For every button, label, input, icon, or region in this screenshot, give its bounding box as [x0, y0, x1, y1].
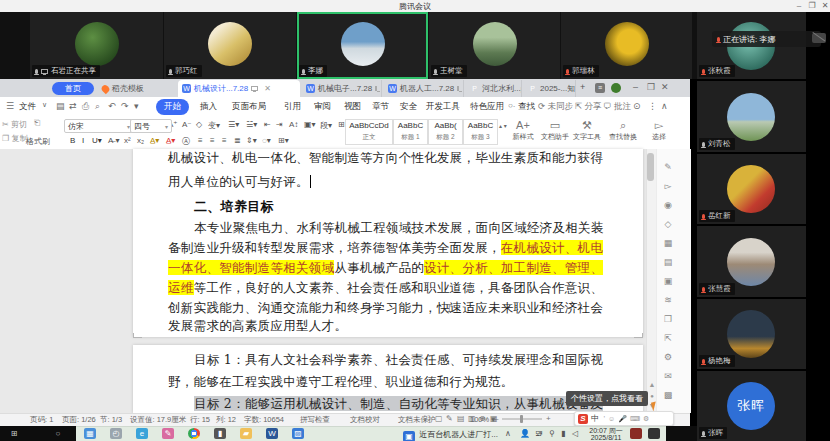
table-icon[interactable]: ▦ — [661, 236, 675, 250]
settings-icon[interactable]: ⚙ — [661, 350, 675, 364]
menu-item[interactable]: 视图 — [344, 101, 361, 113]
minimize-icon[interactable]: – — [793, 0, 805, 11]
sogou-logo-icon[interactable]: S — [578, 414, 588, 424]
comment-icon[interactable]: ◉ — [661, 198, 675, 212]
edit-mode-icon[interactable]: ✎ — [446, 414, 453, 423]
menu-item[interactable]: 页面布局 — [232, 101, 266, 113]
tab-list-icon[interactable]: ≡ — [595, 83, 605, 93]
tray-expand-icon[interactable]: ∧ — [505, 429, 511, 438]
emoji-icon[interactable]: ☺ — [608, 415, 615, 422]
copy-icon[interactable]: ❐ — [661, 312, 675, 326]
redo-icon[interactable]: ↷ — [121, 101, 129, 111]
cut-button[interactable]: ✂ 剪切 — [2, 119, 27, 130]
calculator-icon[interactable]: ▦ — [84, 428, 96, 439]
chrome-icon[interactable] — [188, 428, 200, 439]
tray-display-icon[interactable]: 🖳 — [535, 429, 543, 438]
doc-assistant-button[interactable]: ▭文档助手 — [540, 118, 570, 145]
image-icon[interactable]: ▩ — [661, 388, 675, 402]
doc-text-line[interactable]: 一体化、智能制造等相关领域从事机械产品的设计、分析、加工制造、管理、 — [168, 260, 603, 277]
menu-item[interactable]: 安全 — [400, 101, 417, 113]
participant-tile[interactable]: 郭瑞林 — [561, 12, 692, 79]
participant-tile[interactable]: 刘青松 — [697, 81, 806, 152]
align-right-icon[interactable]: ≡ — [222, 136, 227, 145]
menu-item[interactable]: 审阅 — [314, 101, 331, 113]
style-preset[interactable]: AaBbC标题 3 — [463, 119, 498, 145]
document-tab[interactable]: W机械设计...7.28✕ — [178, 80, 300, 97]
pen-icon[interactable]: ✎ — [661, 160, 675, 174]
wps-close-icon[interactable]: ✕ — [661, 82, 669, 92]
close-icon[interactable]: ✕ — [819, 0, 830, 11]
zoom-level[interactable]: 100% ▾ — [470, 415, 495, 424]
paint-icon[interactable]: ✎ — [162, 428, 174, 439]
scrollbar-thumb[interactable] — [647, 153, 654, 181]
doc-text-line[interactable]: 发展需求的高素质应用型人才。 — [168, 318, 347, 335]
style-preset[interactable]: AaBb(标题 2 — [428, 119, 463, 145]
close-tab-icon[interactable]: ✕ — [264, 84, 271, 93]
tray-network-icon[interactable]: ⚲ — [549, 429, 555, 438]
align-left-icon[interactable]: ≡ — [198, 136, 203, 145]
borders-icon[interactable]: ▣▾ — [304, 120, 316, 129]
photos-icon[interactable]: ▨ — [292, 428, 304, 439]
apps-icon[interactable]: ▤ — [661, 255, 675, 269]
export-icon[interactable]: ⇱ — [661, 331, 675, 345]
doc-text-line[interactable]: 目标 1：具有人文社会科学素养、社会责任感、可持续发展理念和国际视 — [194, 352, 603, 369]
align-center-icon[interactable]: ≡ — [210, 136, 215, 145]
keyboard-icon[interactable]: ⌨ — [630, 415, 640, 423]
superscript-button[interactable]: x² — [124, 136, 131, 145]
tab-wps-home[interactable]: 首页 — [52, 82, 94, 95]
find-replace-button[interactable]: ⌕查找替换 — [608, 118, 638, 145]
style-preset[interactable]: AaBbC标题 1 — [393, 119, 428, 145]
mic-icon[interactable]: 🎤 — [618, 415, 627, 423]
document-tab[interactable]: P2025-...知.pdf — [524, 80, 576, 97]
outdent-icon[interactable]: ⇤ — [264, 120, 271, 129]
file-chevron-icon[interactable]: ∨ — [42, 101, 47, 109]
read-mode-icon[interactable]: ▢ — [435, 414, 443, 423]
paste-button[interactable]: ⎗ — [34, 118, 40, 128]
select-button[interactable]: ▻选择 — [644, 118, 674, 145]
status-item[interactable]: 文档校对 — [350, 415, 380, 425]
project-screen-icon[interactable] — [251, 86, 258, 91]
vertical-scrollbar[interactable] — [646, 149, 656, 413]
menu-file[interactable]: 文件 — [19, 101, 36, 113]
print-icon[interactable]: ⎙ — [82, 101, 89, 112]
doc-text-line[interactable]: 本专业聚焦电力、水利等机械工程领域技术发展，面向区域经济及相关装 — [194, 220, 604, 237]
participant-tile[interactable]: 石岩正在共享 — [30, 12, 163, 79]
clear-format-icon[interactable]: ◇ — [196, 120, 202, 129]
zoom-slider-thumb[interactable] — [520, 415, 523, 423]
text-tool-button[interactable]: ⚒文字工具 — [572, 118, 602, 145]
justify-icon[interactable]: ≣ — [234, 136, 241, 145]
help-icon[interactable]: ⊙ — [633, 101, 641, 111]
chart-icon[interactable]: ▣ — [661, 274, 675, 288]
document-tab[interactable]: P河北水利...pdf — [466, 80, 522, 97]
doc-text-line[interactable]: 目标 2：能够运用机械设计、制造、自动化等专业知识，从事机械设备及 — [194, 396, 603, 413]
menu-item[interactable]: 特色应用 — [470, 101, 504, 113]
select-arrow-icon[interactable]: ▻ — [661, 179, 675, 193]
highlight-color-button[interactable]: A̲▾ — [150, 136, 159, 145]
taskbar-app-icon[interactable] — [630, 428, 642, 439]
new-tab-icon[interactable]: + — [580, 82, 585, 92]
phonetic-icon[interactable]: 变▾ — [208, 120, 220, 131]
participant-tile[interactable]: 郭巧红 — [164, 12, 296, 79]
style-preset[interactable]: AaBbCcDd正文 — [345, 119, 393, 145]
tray-battery-icon[interactable]: ▮ — [561, 429, 565, 438]
taskbar-app-icon[interactable] — [648, 428, 660, 439]
skin-icon[interactable] — [611, 83, 621, 93]
document-tab[interactable]: W机械电子...7.28 — [302, 80, 382, 97]
share-button[interactable]: ⇱ 分享 — [575, 101, 601, 113]
numbering-icon[interactable]: ☱▾ — [246, 120, 257, 129]
font-size-select[interactable]: 四号▾ — [130, 119, 172, 133]
zoom-out-icon[interactable]: – — [494, 414, 498, 423]
indent-icon[interactable]: ⇥ — [276, 120, 283, 129]
shapes-icon[interactable]: ◇ — [661, 217, 675, 231]
menu-item[interactable]: 引用 — [284, 101, 301, 113]
cell-icon[interactable]: ⊞▾ — [278, 136, 289, 145]
tray-volume-icon[interactable]: ◁ — [572, 429, 578, 438]
mail-icon[interactable]: ✉ — [661, 369, 675, 383]
participant-tile[interactable]: 李娜 — [297, 12, 428, 79]
shading-icon[interactable]: ◌▾ — [262, 136, 271, 145]
fullscreen-icon[interactable]: ⛶ — [424, 414, 430, 424]
doc-heading[interactable]: 二、培养目标 — [194, 198, 274, 216]
start-icon[interactable]: ⊞ — [8, 428, 20, 439]
more-icon[interactable]: ▾ — [134, 101, 139, 111]
document-tab[interactable]: W机器人工...7.28 — [384, 80, 464, 97]
